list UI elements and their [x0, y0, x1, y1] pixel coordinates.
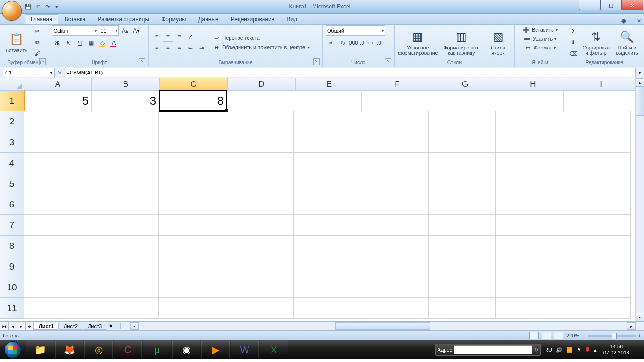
help-icon[interactable]: ◉: [621, 18, 626, 24]
cell-D1[interactable]: [227, 90, 294, 111]
cell-B9[interactable]: [91, 256, 159, 277]
new-sheet-icon[interactable]: ✸: [107, 323, 121, 329]
cell-H11[interactable]: [496, 298, 563, 319]
cell-I5[interactable]: [563, 173, 631, 194]
paste-button[interactable]: 📋 Вставить: [3, 31, 30, 54]
cell-D6[interactable]: [226, 194, 294, 215]
cell-G9[interactable]: [429, 256, 496, 277]
horizontal-scrollbar[interactable]: ◂ ▸: [130, 322, 636, 330]
col-header-F[interactable]: F: [363, 78, 431, 91]
cell-G5[interactable]: [429, 173, 496, 194]
taskbar-word-icon[interactable]: W: [231, 340, 259, 359]
cell-F5[interactable]: [361, 173, 429, 194]
cell-G8[interactable]: [429, 236, 496, 256]
qat-customize-icon[interactable]: ▾: [53, 3, 60, 10]
cell-I10[interactable]: [563, 277, 631, 298]
formula-input[interactable]: =СУММ(A1;B1): [65, 68, 636, 77]
cell-I11[interactable]: [563, 298, 631, 319]
expand-formula-icon[interactable]: ▾: [636, 68, 644, 77]
cell-G4[interactable]: [429, 153, 496, 173]
cell-I9[interactable]: [563, 256, 631, 277]
taskbar-chrome-icon[interactable]: ◉: [172, 340, 200, 359]
autosum-icon[interactable]: Σ: [568, 26, 578, 36]
address-go-icon[interactable]: ↻: [534, 347, 538, 353]
maximize-button[interactable]: ▢: [600, 0, 622, 10]
cell-F9[interactable]: [361, 256, 429, 277]
save-icon[interactable]: 💾: [25, 3, 32, 10]
grow-font-icon[interactable]: A▴: [120, 25, 130, 36]
doc-close-icon[interactable]: ✕: [637, 18, 641, 24]
row-header-9[interactable]: 9: [0, 256, 24, 277]
align-top-icon[interactable]: ≡: [151, 32, 162, 42]
cell-B3[interactable]: [91, 132, 159, 153]
cell-H3[interactable]: [496, 132, 563, 153]
zoom-slider[interactable]: [588, 335, 636, 337]
cell-B5[interactable]: [91, 173, 159, 194]
h-scroll-thumb[interactable]: [335, 322, 430, 330]
cell-C11[interactable]: [159, 298, 226, 319]
cell-A10[interactable]: [24, 277, 91, 298]
number-format-combo[interactable]: Общий▾: [326, 25, 385, 36]
inc-decimal-icon[interactable]: .0→: [360, 38, 370, 48]
font-launcher-icon[interactable]: ↘: [139, 58, 145, 65]
lang-indicator[interactable]: RU: [545, 347, 552, 353]
sheet-nav-last-icon[interactable]: ⏭: [25, 322, 34, 330]
row-header-8[interactable]: 8: [0, 236, 24, 256]
row-header-3[interactable]: 3: [0, 132, 24, 153]
cell-A3[interactable]: [24, 132, 91, 153]
cell-E11[interactable]: [294, 298, 361, 319]
cell-E4[interactable]: [294, 153, 361, 173]
redo-icon[interactable]: ↷: [43, 3, 51, 10]
copy-icon[interactable]: ⧉: [32, 37, 42, 48]
cell-B10[interactable]: [91, 277, 159, 298]
cell-F8[interactable]: [361, 236, 429, 256]
cell-I2[interactable]: [563, 111, 631, 132]
clipboard-launcher-icon[interactable]: ↘: [39, 58, 46, 65]
cell-B7[interactable]: [91, 215, 159, 236]
tray-chevron-icon[interactable]: ▴: [594, 347, 597, 353]
conditional-formatting-button[interactable]: ▦Условное форматирование: [397, 28, 438, 57]
align-right-icon[interactable]: ≡: [174, 43, 184, 53]
cell-C7[interactable]: [159, 215, 226, 236]
col-header-H[interactable]: H: [499, 78, 567, 91]
tray-network-icon[interactable]: 📶: [566, 347, 573, 353]
border-icon[interactable]: ▦: [86, 38, 96, 48]
cell-C10[interactable]: [159, 277, 226, 298]
font-color-icon[interactable]: A: [108, 38, 119, 48]
cell-I6[interactable]: [563, 194, 631, 215]
name-box[interactable]: C1▾: [3, 68, 55, 77]
currency-icon[interactable]: ₽: [326, 38, 336, 48]
cell-F4[interactable]: [361, 153, 429, 173]
percent-icon[interactable]: %: [337, 38, 347, 48]
align-middle-icon[interactable]: ≡: [163, 32, 173, 42]
tab-review[interactable]: Рецензирование: [225, 14, 281, 24]
cell-C6[interactable]: [159, 194, 226, 215]
italic-icon[interactable]: К: [63, 38, 74, 48]
cell-I3[interactable]: [563, 132, 631, 153]
tab-insert[interactable]: Вставка: [58, 14, 92, 24]
office-button[interactable]: [2, 1, 22, 21]
taskbar-firefox-icon[interactable]: 🦊: [55, 340, 83, 359]
cell-A5[interactable]: [24, 173, 91, 194]
number-launcher-icon[interactable]: ↘: [385, 58, 391, 65]
cell-A8[interactable]: [24, 236, 91, 256]
taskbar-media-player-icon[interactable]: ▶: [201, 340, 230, 359]
cell-G7[interactable]: [429, 215, 496, 236]
format-painter-icon[interactable]: 🖌: [32, 49, 42, 59]
cell-H1[interactable]: [496, 90, 564, 111]
inc-indent-icon[interactable]: ⇥: [197, 43, 207, 53]
dec-indent-icon[interactable]: ⇤: [185, 43, 196, 53]
cell-E3[interactable]: [294, 132, 361, 153]
cell-F6[interactable]: [361, 194, 429, 215]
cell-F2[interactable]: [361, 111, 429, 132]
cell-D11[interactable]: [226, 298, 294, 319]
cell-I8[interactable]: [563, 236, 631, 256]
shrink-font-icon[interactable]: A▾: [131, 25, 141, 36]
taskbar-excel-icon[interactable]: X: [260, 340, 288, 359]
cell-H4[interactable]: [496, 153, 563, 173]
scroll-down-icon[interactable]: ▾: [636, 313, 644, 321]
cell-F1[interactable]: [362, 90, 429, 111]
select-all-button[interactable]: [0, 78, 24, 91]
sheet-tab-3[interactable]: Лист3: [83, 323, 107, 330]
cell-H6[interactable]: [496, 194, 563, 215]
